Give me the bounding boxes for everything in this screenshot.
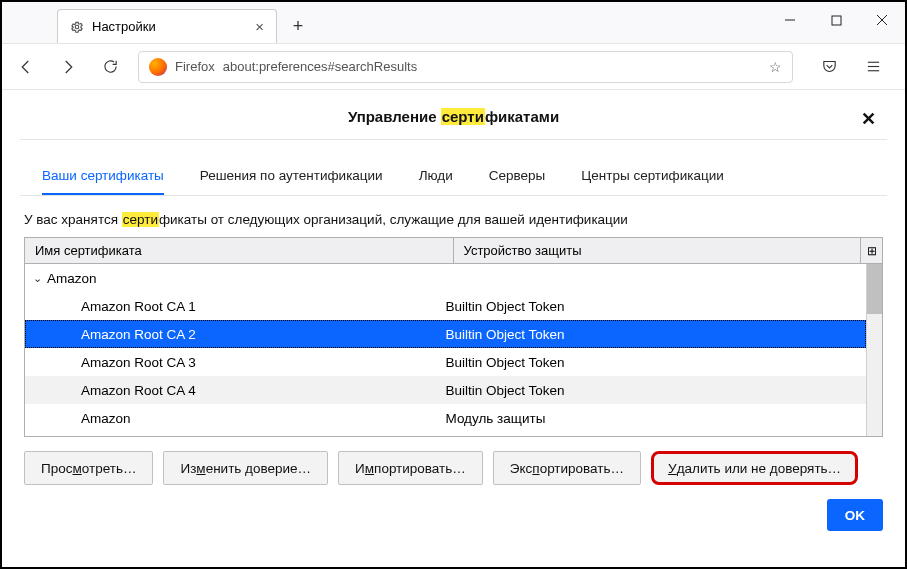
ok-button[interactable]: OK bbox=[827, 499, 883, 531]
gear-icon bbox=[70, 20, 84, 34]
svg-rect-1 bbox=[832, 16, 841, 25]
cert-device-cell: Builtin Object Token bbox=[446, 383, 867, 398]
window-minimize-button[interactable] bbox=[767, 2, 813, 38]
forward-button[interactable] bbox=[54, 53, 82, 81]
cert-name-cell: Amazon Root CA 4 bbox=[25, 383, 446, 398]
window-close-button[interactable] bbox=[859, 2, 905, 38]
tab-authorities[interactable]: Центры сертификации bbox=[581, 168, 723, 195]
url-text: about:preferences#searchResults bbox=[223, 59, 417, 74]
cert-name-cell: Amazon bbox=[25, 411, 446, 426]
cert-tabs: Ваши сертификаты Решения по аутентификац… bbox=[20, 140, 887, 196]
back-button[interactable] bbox=[12, 53, 40, 81]
cert-name-cell: Amazon Root CA 3 bbox=[25, 355, 446, 370]
reload-button[interactable] bbox=[96, 53, 124, 81]
new-tab-button[interactable]: + bbox=[283, 11, 313, 41]
cert-device-cell: Builtin Object Token bbox=[446, 327, 867, 342]
cert-description: У вас хранятся сертификаты от следующих … bbox=[20, 196, 887, 237]
url-brand: Firefox bbox=[175, 59, 215, 74]
export-button[interactable]: Экспортировать… bbox=[493, 451, 641, 485]
pocket-icon[interactable] bbox=[815, 53, 843, 81]
vertical-scrollbar[interactable] bbox=[866, 264, 882, 436]
cert-name-cell: Amazon Root CA 1 bbox=[25, 299, 446, 314]
cert-name-cell: Amazon Root CA 2 bbox=[25, 327, 446, 342]
cert-row[interactable]: Amazon Root CA 3Builtin Object Token bbox=[25, 348, 866, 376]
tab-close-icon[interactable]: × bbox=[255, 19, 264, 34]
menu-button[interactable] bbox=[859, 53, 887, 81]
cert-row[interactable]: Amazon Root CA 4Builtin Object Token bbox=[25, 376, 866, 404]
url-bar[interactable]: Firefox about:preferences#searchResults … bbox=[138, 51, 793, 83]
window-maximize-button[interactable] bbox=[813, 2, 859, 38]
cert-device-cell: Модуль защиты bbox=[446, 411, 867, 426]
tab-title: Настройки bbox=[92, 19, 156, 34]
group-label: Amazon bbox=[47, 271, 97, 286]
import-button[interactable]: Импортировать… bbox=[338, 451, 483, 485]
cert-row[interactable]: Amazon Root CA 2Builtin Object Token bbox=[25, 320, 866, 348]
nav-toolbar: Firefox about:preferences#searchResults … bbox=[2, 44, 905, 90]
svg-point-4 bbox=[75, 25, 79, 29]
cert-device-cell: Builtin Object Token bbox=[446, 299, 867, 314]
cert-row[interactable]: Amazon Root CA 1Builtin Object Token bbox=[25, 292, 866, 320]
chevron-down-icon: ⌄ bbox=[31, 272, 43, 285]
delete-or-distrust-button[interactable]: Удалить или не доверять… bbox=[651, 451, 858, 485]
tab-people[interactable]: Люди bbox=[419, 168, 453, 195]
modal-title: Управление сертификатами bbox=[348, 108, 559, 125]
cert-device-cell: Builtin Object Token bbox=[446, 355, 867, 370]
cert-table: Имя сертификата Устройство защиты ⊞ ⌄Ama… bbox=[24, 237, 883, 437]
bookmark-star-icon[interactable]: ☆ bbox=[769, 59, 782, 75]
cert-group-row[interactable]: ⌄Amazon bbox=[25, 264, 866, 292]
cert-row[interactable]: AmazonМодуль защиты bbox=[25, 404, 866, 432]
tab-servers[interactable]: Серверы bbox=[489, 168, 546, 195]
col-cert-name[interactable]: Имя сертификата bbox=[25, 238, 454, 263]
column-picker-icon[interactable]: ⊞ bbox=[860, 238, 882, 263]
browser-tab-settings[interactable]: Настройки × bbox=[57, 9, 277, 43]
tab-auth-decisions[interactable]: Решения по аутентификации bbox=[200, 168, 383, 195]
scrollbar-thumb[interactable] bbox=[867, 264, 882, 314]
modal-close-button[interactable]: ✕ bbox=[855, 106, 881, 132]
view-button[interactable]: Просмотреть… bbox=[24, 451, 153, 485]
col-security-device[interactable]: Устройство защиты bbox=[454, 243, 861, 258]
firefox-icon bbox=[149, 58, 167, 76]
edit-trust-button[interactable]: Изменить доверие… bbox=[163, 451, 328, 485]
tab-your-certs[interactable]: Ваши сертификаты bbox=[42, 168, 164, 195]
